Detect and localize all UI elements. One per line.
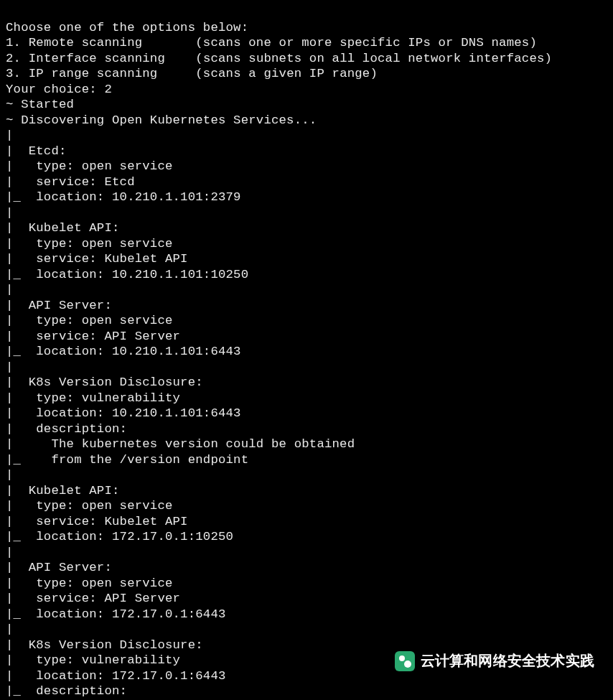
wechat-icon <box>395 651 415 671</box>
status-discovering: ~ Discovering Open Kubernetes Services..… <box>6 113 317 127</box>
option-3: 3. IP range scanning (scans a given IP r… <box>6 67 378 80</box>
choice-input: 2 <box>104 83 112 96</box>
prompt-header: Choose one of the options below: <box>6 21 248 34</box>
terminal-window[interactable]: Choose one of the options below: 1. Remo… <box>0 0 613 700</box>
findings-block: | | Etcd: | type: open service | service… <box>6 129 355 698</box>
watermark: 云计算和网络安全技术实践 <box>395 651 594 671</box>
choice-prompt[interactable]: Your choice: 2 <box>6 83 112 96</box>
status-started: ~ Started <box>6 98 74 111</box>
option-2: 2. Interface scanning (scans subnets on … <box>6 52 552 65</box>
watermark-text: 云计算和网络安全技术实践 <box>421 653 594 669</box>
option-1: 1. Remote scanning (scans one or more sp… <box>6 36 537 50</box>
